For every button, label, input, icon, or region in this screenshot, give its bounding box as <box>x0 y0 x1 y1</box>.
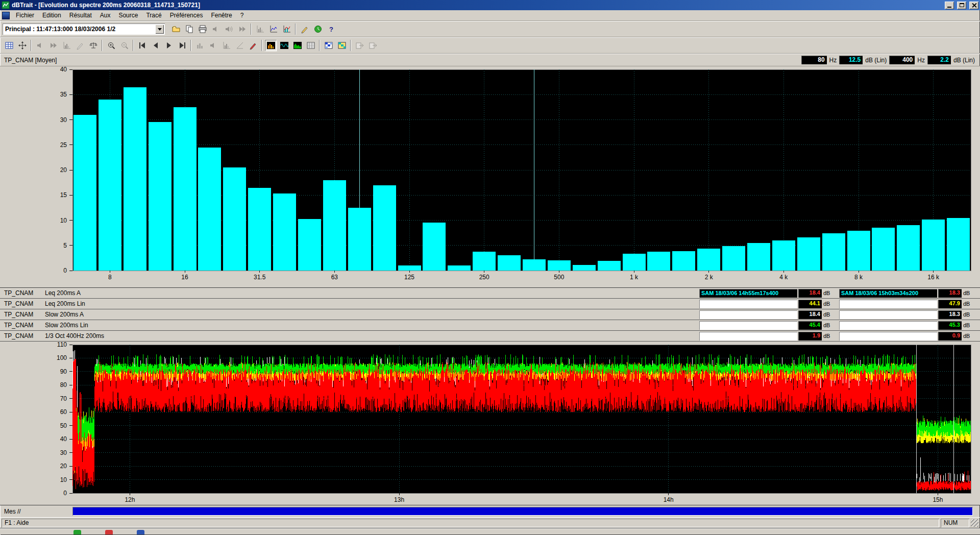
close-button[interactable] <box>969 2 978 9</box>
mdi-child-icon[interactable] <box>2 12 10 19</box>
toolbar-separator <box>190 40 191 51</box>
pan-mode-button[interactable] <box>16 39 29 52</box>
cursor1-value: 18.4 <box>798 310 822 319</box>
go-first-button[interactable] <box>136 39 149 52</box>
svg-text:25: 25 <box>60 141 67 149</box>
values-table-view-button[interactable] <box>304 39 317 52</box>
go-next-button[interactable] <box>162 39 175 52</box>
table-row[interactable]: TP_CNAMLeq 200ms ASAM 18/03/06 14h55m17s… <box>0 288 980 299</box>
matrix-period-button[interactable] <box>335 39 348 52</box>
status-bar: F1 : Aide NUM <box>0 517 980 528</box>
cursor2-value: 18.3 <box>938 310 962 319</box>
taskbar-icon-blue[interactable] <box>137 530 144 534</box>
export-graph-button <box>353 39 366 52</box>
help-icon: ? <box>327 25 336 34</box>
speaker-icon <box>211 25 220 34</box>
table-row[interactable]: TP_CNAMSlow 200ms Lin45.4dB45.3dB <box>0 320 980 331</box>
status-message: F1 : Aide <box>2 519 939 527</box>
minimize-button[interactable] <box>945 2 954 9</box>
levels-button <box>60 39 73 52</box>
table-row[interactable]: TP_CNAM1/3 Oct 400Hz 200ms1.9dB0.9dB <box>0 331 980 342</box>
menu-item-source[interactable]: Source <box>114 11 142 20</box>
cursor1-frequency-unit: Hz <box>829 57 837 64</box>
area-view-button[interactable] <box>291 39 304 52</box>
hist-icon <box>195 41 205 50</box>
svg-text:100: 100 <box>57 354 67 361</box>
edit-markers-button[interactable] <box>298 23 311 35</box>
cursor-readouts: 80Hz12.5dB (Lin)400Hz2.2dB (Lin) <box>801 56 975 64</box>
cursor1-level-readout: 12.5 <box>839 56 863 64</box>
menu-item-trace[interactable]: Tracé <box>142 11 165 20</box>
cursor2-unit: dB <box>962 301 975 307</box>
menu-item-fichier[interactable]: Fichier <box>12 11 38 20</box>
speaker-icon <box>209 41 218 50</box>
go-previous-button[interactable] <box>149 39 162 52</box>
svg-text:8 k: 8 k <box>854 274 863 281</box>
help-button[interactable]: ? <box>325 23 337 35</box>
row-metric: Leq 200ms A <box>45 289 699 297</box>
measurement-timeline[interactable] <box>72 507 973 516</box>
data-grid-button[interactable] <box>3 39 15 52</box>
menu-item-help[interactable]: ? <box>236 11 248 20</box>
taskbar[interactable] <box>0 528 980 534</box>
cursor2-timestamp <box>839 332 937 341</box>
dbtrait-window: dBTrait - [Evolution du spectre 200ms 20… <box>0 0 980 535</box>
zoom-out-icon <box>120 41 129 50</box>
menu-item-edition[interactable]: Edition <box>38 11 65 20</box>
cursor1-unit: dB <box>822 333 835 339</box>
result-selector-dropdown-button[interactable] <box>155 25 164 34</box>
toolbar-separator <box>350 40 351 51</box>
annotate-button[interactable] <box>247 39 259 52</box>
matrix-day-button[interactable] <box>322 39 335 52</box>
maximize-button[interactable] <box>957 2 966 9</box>
table-row[interactable]: TP_CNAMSlow 200ms A18.4dB18.3dB <box>0 309 980 320</box>
session-clock-button[interactable] <box>311 23 324 35</box>
table-row[interactable]: TP_CNAMLeq 200ms Lin44.1dB47.9dB <box>0 299 980 309</box>
toolbar-separator <box>133 40 134 51</box>
svg-text:40: 40 <box>60 435 67 443</box>
spectrum-view-button[interactable] <box>264 39 277 52</box>
time-history-chart[interactable]: 010203040506070809010011012h13h14h15h <box>0 342 980 505</box>
waveform-view-button[interactable] <box>278 39 290 52</box>
spectrum-chart[interactable]: 051015202530354081631.5631252505001 k2 k… <box>0 66 980 287</box>
close-icon <box>972 3 976 8</box>
svg-text:20: 20 <box>60 166 67 174</box>
result-selector[interactable]: Principal : 11:47:13:000 18/03/2006 1/2 <box>3 23 165 35</box>
cursor2-timestamp <box>839 300 937 308</box>
open-button[interactable] <box>169 23 182 35</box>
row-metric: 1/3 Oct 400Hz 200ms <box>45 332 699 339</box>
svg-text:1 k: 1 k <box>630 274 639 281</box>
cursor2-frequency-readout: 400 <box>889 56 915 64</box>
copy-button[interactable] <box>183 23 195 35</box>
time-history-button[interactable] <box>267 23 280 35</box>
svg-text:5: 5 <box>63 242 67 249</box>
mixed-view-button[interactable] <box>280 23 293 35</box>
maximize-icon <box>960 3 964 7</box>
weighting-button[interactable] <box>87 39 100 52</box>
cursor1-value: 1.9 <box>798 332 822 341</box>
taskbar-icon-red[interactable] <box>105 530 113 534</box>
window-title: dBTrait - [Evolution du spectre 200ms 20… <box>12 2 942 9</box>
cursor2-timestamp: SAM 18/03/06 15h03m34s200 <box>839 289 937 298</box>
cursor2-timestamp <box>839 321 937 330</box>
toolbar-separator <box>295 23 296 35</box>
go-last-button[interactable] <box>176 39 188 52</box>
taskbar-icon-green[interactable] <box>74 530 81 534</box>
svg-text:250: 250 <box>479 274 489 281</box>
menu-item-preferences[interactable]: Préférences <box>166 11 207 20</box>
cursor1-timestamp <box>699 321 797 330</box>
svg-text:2 k: 2 k <box>705 274 714 281</box>
resize-grip[interactable] <box>971 519 978 527</box>
menu-item-aux[interactable]: Aux <box>96 11 115 20</box>
svg-text:20: 20 <box>60 463 67 470</box>
menu-item-fenetre[interactable]: Fenêtre <box>207 11 236 20</box>
cursor2-unit: dB <box>962 290 975 296</box>
toolbar-separator <box>251 23 252 35</box>
menu-item-resultat[interactable]: Résultat <box>65 11 96 20</box>
speaker-loud-icon <box>225 25 234 34</box>
slope-icon <box>235 41 244 50</box>
print-button[interactable] <box>196 23 209 35</box>
main-toolbar: Principal : 11:47:13:000 18/03/2006 1/2 … <box>0 21 980 37</box>
zoom-in-button[interactable] <box>105 39 117 52</box>
table-view-icon <box>306 41 315 50</box>
